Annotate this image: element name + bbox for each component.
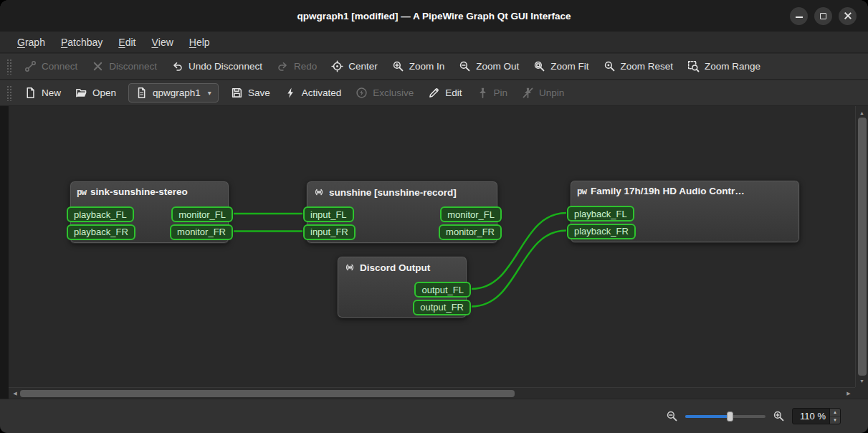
menu-item-graph[interactable]: Graph <box>9 32 53 52</box>
port-input_FL[interactable]: input_FL <box>303 206 354 222</box>
toolbar-button-label: Redo <box>294 61 317 72</box>
scroll-right-icon[interactable]: ▶ <box>844 388 854 399</box>
scroll-up-icon[interactable]: ▲ <box>856 108 868 118</box>
toolbar-button-zoom-in[interactable]: Zoom In <box>385 57 452 77</box>
zoom-in-icon[interactable] <box>773 410 785 422</box>
menu-item-help[interactable]: Help <box>181 32 218 52</box>
zoom-spinbox[interactable]: 110 % ▴ ▾ <box>792 408 841 424</box>
toolbar-button-label: Edit <box>445 87 462 98</box>
toolbar-button-label: Zoom Out <box>476 61 519 72</box>
toolbar-button-unpin[interactable]: Unpin <box>515 83 571 103</box>
port-output_FL[interactable]: output_FL <box>414 282 471 298</box>
zoom-out-icon[interactable] <box>666 410 678 422</box>
record-icon <box>344 262 356 273</box>
maximize-icon <box>820 13 826 19</box>
toolbar-button-edit[interactable]: Edit <box>421 83 469 103</box>
spin-up-button[interactable]: ▴ <box>830 409 840 417</box>
toolbar-button-open[interactable]: Open <box>68 83 123 103</box>
menu-item-view[interactable]: View <box>143 32 181 52</box>
menu-bar: GraphPatchbayEditViewHelp <box>0 32 868 53</box>
vertical-scroll-handle[interactable] <box>858 118 867 376</box>
exclusive-icon <box>356 87 368 99</box>
port-playback_FL[interactable]: playback_FL <box>67 206 134 222</box>
toolbar-button-label: Save <box>248 87 270 98</box>
port-monitor_FL[interactable]: monitor_FL <box>440 206 502 222</box>
node-sink[interactable]: pwsink-sunshine-stereoplayback_FLplaybac… <box>70 181 229 244</box>
port-monitor_FR[interactable]: monitor_FR <box>439 224 502 240</box>
toolbar-drag-handle[interactable] <box>6 59 12 75</box>
node-header: Discord Output <box>338 257 467 273</box>
toolbar-button-zoom-reset[interactable]: Zoom Reset <box>596 57 681 77</box>
toolbar-button-zoom-fit[interactable]: Zoom Fit <box>526 57 596 77</box>
edit-icon <box>428 87 440 99</box>
toolbar-button-label: Undo Disconnect <box>189 61 262 72</box>
port-input_FR[interactable]: input_FR <box>303 224 356 240</box>
node-discord[interactable]: Discord Outputoutput_FLoutput_FR <box>337 256 467 318</box>
activated-icon <box>285 87 297 99</box>
toolbar-drag-handle[interactable] <box>6 85 12 101</box>
horizontal-scroll-handle[interactable] <box>20 390 515 397</box>
scroll-down-icon[interactable]: ▼ <box>856 376 868 386</box>
node-header: sunshine [sunshine-record] <box>307 181 497 198</box>
toolbar-button-new[interactable]: New <box>17 83 68 103</box>
minimize-button[interactable] <box>790 7 808 25</box>
window-title: qpwgraph1 [modified] — A PipeWire Graph … <box>297 11 571 22</box>
record-icon <box>313 186 325 198</box>
toolbar-button-patchbay-current[interactable]: qpwgraph1▾ <box>128 83 219 103</box>
toolbar-button-connect[interactable]: Connect <box>17 57 85 77</box>
port-playback_FL[interactable]: playback_FL <box>567 206 634 222</box>
horizontal-scrollbar[interactable]: ◀ ▶ <box>9 387 855 399</box>
toolbar-button-label: Center <box>348 61 378 72</box>
pipewire-icon: pw <box>577 186 586 196</box>
close-button[interactable] <box>839 7 857 25</box>
toolbar-button-save[interactable]: Save <box>224 83 277 103</box>
toolbar-button-label: New <box>42 87 61 98</box>
toolbar-button-undo-disconnect[interactable]: Undo Disconnect <box>164 57 270 77</box>
toolbar-button-pin[interactable]: Pin <box>469 83 515 103</box>
title-bar[interactable]: qpwgraph1 [modified] — A PipeWire Graph … <box>0 0 868 32</box>
scroll-left-icon[interactable]: ◀ <box>10 388 20 399</box>
spin-down-button[interactable]: ▾ <box>830 417 840 424</box>
zoom-slider-fill <box>685 415 730 418</box>
minimize-icon <box>796 16 803 18</box>
zoom-value: 110 % <box>793 409 829 424</box>
vertical-scrollbar[interactable]: ▲ ▼ <box>855 106 868 387</box>
port-monitor_FL[interactable]: monitor_FL <box>171 206 233 222</box>
node-family[interactable]: pwFamily 17h/19h HD Audio Contr…playback… <box>570 180 800 243</box>
zoom-slider-handle[interactable] <box>727 411 733 422</box>
center-icon <box>331 60 343 72</box>
menu-item-edit[interactable]: Edit <box>110 32 143 52</box>
zoom-fit-icon <box>533 60 545 72</box>
port-playback_FR[interactable]: playback_FR <box>567 224 636 239</box>
toolbar-button-zoom-out[interactable]: Zoom Out <box>452 57 526 77</box>
zoom-slider[interactable] <box>685 409 766 424</box>
toolbar-button-label: Unpin <box>539 87 564 98</box>
port-playback_FR[interactable]: playback_FR <box>67 224 135 240</box>
toolbar-button-zoom-range[interactable]: Zoom Range <box>680 57 768 77</box>
scrollbar-corner <box>855 387 868 399</box>
disconnect-icon <box>92 60 104 72</box>
node-title: Discord Output <box>360 262 430 273</box>
node-sunshine[interactable]: sunshine [sunshine-record]input_FLinput_… <box>306 181 498 244</box>
toolbar-button-activated[interactable]: Activated <box>277 83 349 103</box>
port-output_FR[interactable]: output_FR <box>413 300 471 315</box>
toolbar-button-redo[interactable]: Redo <box>270 57 324 77</box>
node-header: pwFamily 17h/19h HD Audio Contr… <box>571 181 799 196</box>
toolbar-button-label: Disconnect <box>109 61 157 72</box>
toolbar-button-exclusive[interactable]: Exclusive <box>348 83 421 103</box>
spinbox-arrows: ▴ ▾ <box>829 409 840 424</box>
node-header: pwsink-sunshine-stereo <box>70 181 229 197</box>
menu-item-patchbay[interactable]: Patchbay <box>53 32 110 52</box>
toolbar-button-label: Exclusive <box>373 87 414 98</box>
connect-icon <box>24 60 37 72</box>
toolbar-button-center[interactable]: Center <box>324 57 385 77</box>
open-icon <box>75 87 87 99</box>
maximize-button[interactable] <box>814 7 832 25</box>
toolbar-button-disconnect[interactable]: Disconnect <box>85 57 164 77</box>
zoom-out-icon <box>459 60 471 72</box>
pin-icon <box>477 87 489 99</box>
zoom-reset-icon <box>604 60 616 72</box>
graph-canvas[interactable]: pwsink-sunshine-stereoplayback_FLplaybac… <box>9 106 855 387</box>
toolbar-main: ConnectDisconnectUndo DisconnectRedoCent… <box>0 54 868 80</box>
port-monitor_FR[interactable]: monitor_FR <box>170 224 233 240</box>
